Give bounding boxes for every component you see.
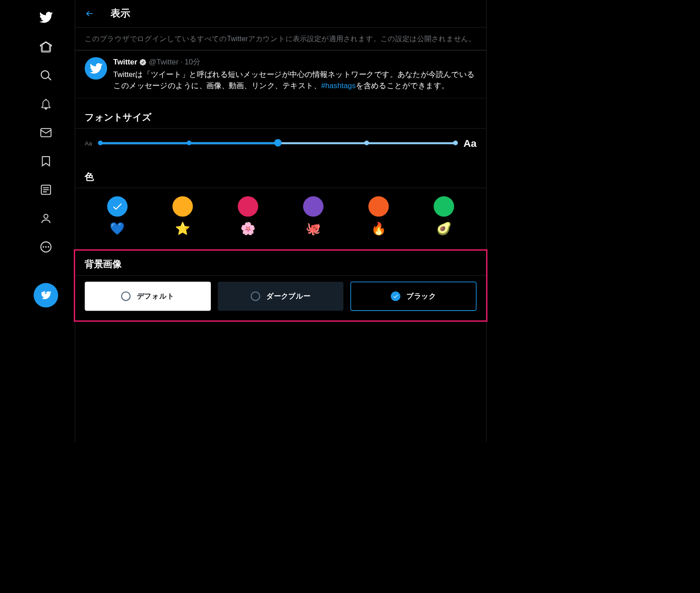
avatar	[85, 57, 107, 80]
fontsize-slider[interactable]	[100, 142, 455, 145]
color-swatch	[107, 196, 128, 217]
profile-icon[interactable]	[40, 212, 52, 224]
sidebar	[17, 0, 75, 442]
fontsize-slider-row: Aa Aa	[75, 129, 486, 158]
radio-unchecked-icon	[251, 292, 260, 301]
color-swatch	[434, 196, 454, 217]
background-option-dim[interactable]: ダークブルー	[218, 282, 344, 311]
twitter-logo-icon[interactable]	[39, 10, 53, 25]
color-emoji: 🌸	[240, 222, 256, 236]
svg-point-3	[44, 214, 48, 218]
fontsize-section-title: フォントサイズ	[75, 104, 486, 128]
svg-point-5	[43, 246, 44, 247]
tweet-author-name: Twitter	[113, 58, 137, 67]
color-option-5[interactable]: 🥑	[434, 196, 454, 236]
radio-checked-icon	[391, 292, 400, 301]
color-emoji: ⭐	[175, 222, 190, 236]
color-option-1[interactable]: ⭐	[172, 196, 193, 236]
svg-point-7	[48, 246, 49, 247]
color-swatch	[238, 196, 258, 217]
fontsize-large-label: Aa	[464, 137, 477, 149]
fontsize-small-label: Aa	[85, 140, 92, 147]
sample-tweet: Twitter @Twitter · 10分 Twitterは「ツイート」と呼ば…	[75, 50, 486, 98]
color-options: 💙⭐🌸🐙🔥🥑	[75, 188, 486, 244]
settings-description: このブラウザでログインしているすべてのTwitterアカウントに表示設定が適用さ…	[75, 28, 486, 51]
slider-thumb[interactable]	[274, 139, 282, 147]
svg-point-6	[45, 246, 47, 247]
tweet-text: Twitterは「ツイート」と呼ばれる短いメッセージが中心の情報ネットワークです…	[113, 69, 477, 91]
home-icon[interactable]	[40, 41, 52, 53]
notifications-icon[interactable]	[40, 98, 52, 110]
messages-icon[interactable]	[40, 127, 52, 139]
radio-unchecked-icon	[121, 292, 131, 301]
checkmark-icon	[111, 201, 123, 213]
color-option-0[interactable]: 💙	[107, 196, 128, 236]
background-option-black[interactable]: ブラック	[350, 282, 477, 311]
back-arrow-icon[interactable]	[85, 9, 94, 18]
svg-point-0	[41, 71, 49, 78]
more-icon[interactable]	[40, 241, 52, 253]
search-icon[interactable]	[40, 69, 52, 81]
lists-icon[interactable]	[40, 183, 52, 196]
color-option-2[interactable]: 🌸	[238, 196, 258, 236]
color-emoji: 🔥	[371, 222, 386, 236]
bookmarks-icon[interactable]	[40, 155, 52, 167]
background-option-default[interactable]: デフォルト	[85, 282, 211, 311]
color-emoji: 🐙	[306, 222, 321, 236]
color-option-3[interactable]: 🐙	[303, 196, 324, 236]
hashtag-link[interactable]: #hashtags	[321, 81, 355, 90]
compose-button[interactable]	[34, 283, 58, 307]
main-content: 表示 このブラウザでログインしているすべてのTwitterアカウントに表示設定が…	[75, 0, 487, 442]
color-option-4[interactable]: 🔥	[368, 196, 389, 236]
tweet-handle: @Twitter	[149, 58, 178, 67]
page-title: 表示	[111, 7, 130, 20]
background-section-title: 背景画像	[75, 251, 486, 275]
verified-badge-icon	[139, 59, 147, 66]
tweet-time: 10分	[184, 57, 200, 68]
color-emoji: 🥑	[436, 222, 452, 236]
background-section-highlighted: 背景画像 デフォルト ダークブルー ブラック	[74, 249, 487, 322]
color-section-title: 色	[75, 163, 486, 188]
color-swatch	[172, 196, 193, 217]
color-emoji: 💙	[110, 222, 125, 236]
color-swatch	[303, 196, 324, 217]
color-swatch	[368, 196, 389, 217]
page-header: 表示	[75, 0, 486, 28]
